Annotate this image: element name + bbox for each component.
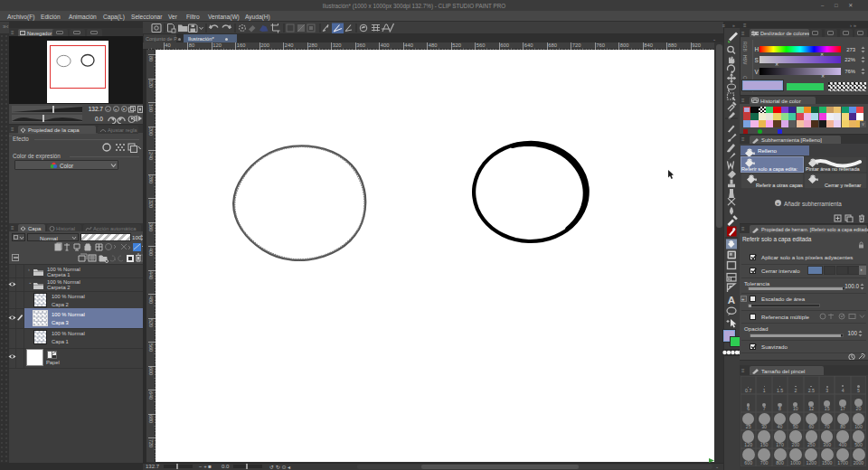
svg-text:A: A: [728, 295, 735, 306]
